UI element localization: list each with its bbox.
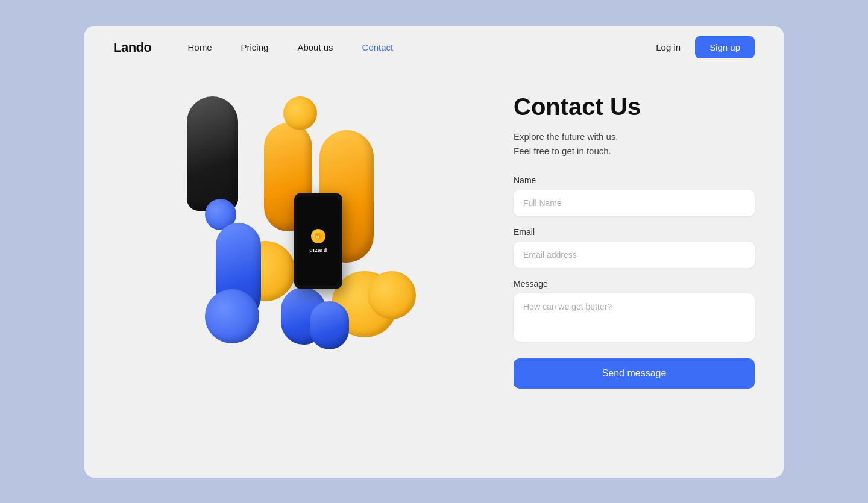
nav-links: Home Pricing About us Contact	[188, 42, 656, 52]
nav-right: Log in Sign up	[656, 36, 755, 58]
main-card: Lando Home Pricing About us Contact Log …	[84, 26, 784, 478]
phone-screen: u uizard	[297, 196, 340, 286]
name-input[interactable]	[514, 190, 755, 216]
signup-button[interactable]: Sign up	[695, 36, 755, 58]
nav-link-home[interactable]: Home	[188, 42, 212, 52]
nav-link-pricing[interactable]: Pricing	[241, 42, 269, 52]
message-textarea[interactable]	[514, 293, 755, 342]
svg-text:u: u	[316, 234, 319, 239]
login-button[interactable]: Log in	[656, 42, 681, 52]
phone: u uizard	[294, 193, 342, 289]
navbar: Lando Home Pricing About us Contact Log …	[84, 26, 784, 69]
message-field-group: Message	[514, 279, 755, 344]
orange-blob-bottom-far-right	[368, 271, 416, 319]
send-message-button[interactable]: Send message	[514, 358, 755, 389]
nav-link-about[interactable]: About us	[297, 42, 333, 52]
blue-blob-bottom-left	[205, 289, 259, 343]
logo: Lando	[113, 40, 152, 55]
contact-form-section: Contact Us Explore the future with us. F…	[514, 81, 755, 389]
name-field-group: Name	[514, 175, 755, 216]
contact-title: Contact Us	[514, 93, 755, 120]
black-arch-blob	[187, 96, 238, 211]
orange-blob-top	[283, 96, 317, 130]
email-input[interactable]	[514, 242, 755, 268]
email-label: Email	[514, 227, 755, 237]
phone-logo-icon: u	[311, 229, 326, 243]
contact-subtitle: Explore the future with us. Feel free to…	[514, 130, 755, 158]
illustration-wrapper: u uizard	[113, 84, 489, 386]
message-label: Message	[514, 279, 755, 289]
nav-link-contact[interactable]: Contact	[362, 42, 394, 52]
illustration: u uizard	[187, 96, 416, 373]
blue-blob-bottom-small	[310, 301, 349, 349]
phone-brand-text: uizard	[309, 247, 327, 253]
email-field-group: Email	[514, 227, 755, 268]
main-content: u uizard Contact Us Explore the future w…	[84, 69, 784, 425]
name-label: Name	[514, 175, 755, 185]
